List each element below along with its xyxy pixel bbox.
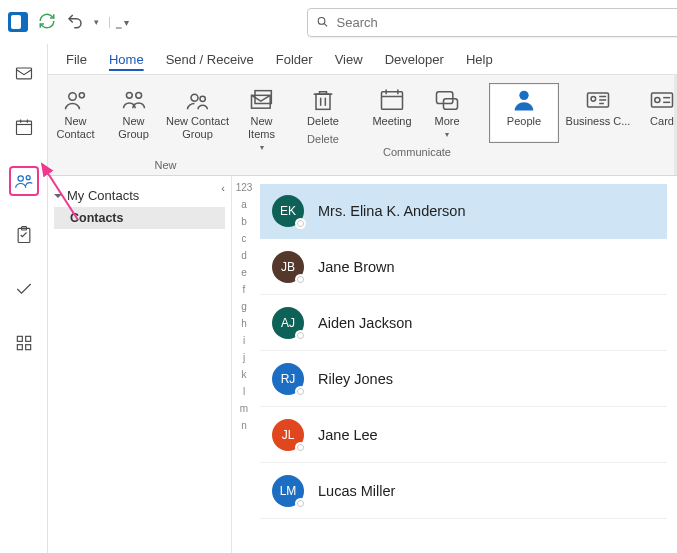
meeting-label: Meeting [372,115,411,128]
alpha-k[interactable]: k [232,369,256,380]
tasks-nav-icon[interactable] [9,220,39,250]
menu-file[interactable]: File [66,52,87,67]
alpha-f[interactable]: f [232,284,256,295]
calendar-nav-icon[interactable] [9,112,39,142]
menu-developer[interactable]: Developer [385,52,444,67]
presence-icon [295,442,306,453]
avatar: JL [272,419,304,451]
new-contact-group-label: New Contact Group [162,115,234,141]
chevron-down-icon: ▾ [260,141,264,154]
more-icon [433,85,461,115]
alpha-d[interactable]: d [232,250,256,261]
svg-rect-3 [16,121,31,134]
presence-icon [295,498,306,509]
svg-rect-24 [316,94,330,109]
alpha-b[interactable]: b [232,216,256,227]
new-items-label: New Items [238,115,286,141]
new-contact-group-button[interactable]: New Contact Group [162,83,234,143]
svg-rect-12 [25,336,30,341]
new-group-icon [120,85,148,115]
folder-pane: ‹ My Contacts Contacts [48,176,232,553]
svg-rect-2 [16,68,31,79]
more-apps-nav-icon[interactable] [9,328,39,358]
svg-point-21 [199,96,204,101]
more-communicate-button[interactable]: More ▾ [424,83,470,143]
alpha-l[interactable]: l [232,386,256,397]
todo-nav-icon[interactable] [9,274,39,304]
presence-icon [295,218,306,229]
alpha-a[interactable]: a [232,199,256,210]
contact-row[interactable]: RJRiley Jones [260,352,667,407]
svg-point-19 [135,92,141,98]
presence-icon [295,330,306,341]
ribbon-group-communicate-label: Communicate [369,143,465,160]
contacts-folder[interactable]: Contacts [54,207,225,229]
undo-icon[interactable] [66,12,84,33]
menu-send-receive[interactable]: Send / Receive [166,52,254,67]
alpha-c[interactable]: c [232,233,256,244]
search-input[interactable] [337,15,677,30]
ribbon: New Contact New Group New Contact Group … [48,74,677,176]
contact-row[interactable]: JLJane Lee [260,408,667,463]
ribbon-group-new-label: New [54,156,277,173]
alpha-e[interactable]: e [232,267,256,278]
contact-row[interactable]: AJAiden Jackson [260,296,667,351]
menu-home[interactable]: Home [109,52,144,67]
my-contacts-node[interactable]: My Contacts [54,188,225,203]
svg-rect-23 [255,91,271,104]
business-card-icon [584,85,612,115]
svg-rect-27 [382,92,403,110]
svg-point-17 [79,93,84,98]
view-business-card-button[interactable]: Business C... [563,83,633,130]
alpha-i[interactable]: i [232,335,256,346]
search-box[interactable] [307,8,677,37]
alpha-g[interactable]: g [232,301,256,312]
alpha-m[interactable]: m [232,403,256,414]
more-label: More [434,115,459,128]
send-receive-all-icon[interactable] [38,12,56,33]
alpha-n[interactable]: n [232,420,256,431]
svg-rect-13 [17,345,22,350]
new-group-button[interactable]: New Group [110,83,158,143]
view-people-button[interactable]: People [489,83,559,143]
mail-nav-icon[interactable] [9,58,39,88]
trash-icon [309,85,337,115]
qat-customize-icon[interactable]: ‗ ▾ [109,17,129,28]
alphabet-index[interactable]: 123abcdefghijklmn [232,176,256,553]
alpha-123[interactable]: 123 [232,182,256,193]
contact-name: Riley Jones [318,371,393,387]
ribbon-group-delete-label: Delete [301,130,345,147]
contact-name: Jane Brown [318,259,395,275]
ribbon-group-view-label [489,143,677,160]
contact-row[interactable]: JBJane Brown [260,240,667,295]
contact-row[interactable]: LMLucas Miller [260,464,667,519]
svg-point-40 [655,97,660,102]
card-icon [648,85,676,115]
meeting-button[interactable]: Meeting [364,83,420,130]
new-items-button[interactable]: New Items ▾ [238,83,286,156]
svg-point-7 [18,176,23,181]
svg-point-35 [591,97,596,102]
avatar: RJ [272,363,304,395]
folder-pane-collapse-icon[interactable]: ‹ [221,182,225,194]
left-app-rail [0,44,48,553]
menu-help[interactable]: Help [466,52,493,67]
alpha-h[interactable]: h [232,318,256,329]
delete-button[interactable]: Delete [298,83,348,130]
contact-row[interactable]: EKMrs. Elina K. Anderson [260,184,667,239]
svg-rect-14 [25,345,30,350]
contact-name: Aiden Jackson [318,315,412,331]
menu-view[interactable]: View [335,52,363,67]
new-items-icon [248,85,276,115]
business-card-label: Business C... [566,115,631,128]
alpha-j[interactable]: j [232,352,256,363]
svg-line-1 [325,24,328,27]
svg-point-18 [126,92,132,98]
presence-icon [295,386,306,397]
new-contact-button[interactable]: New Contact [46,83,106,143]
new-contact-label: New Contact [46,115,106,141]
menu-folder[interactable]: Folder [276,52,313,67]
undo-dropdown-icon[interactable]: ▾ [94,17,99,27]
view-card-button[interactable]: Card [637,83,677,130]
people-nav-icon[interactable] [9,166,39,196]
